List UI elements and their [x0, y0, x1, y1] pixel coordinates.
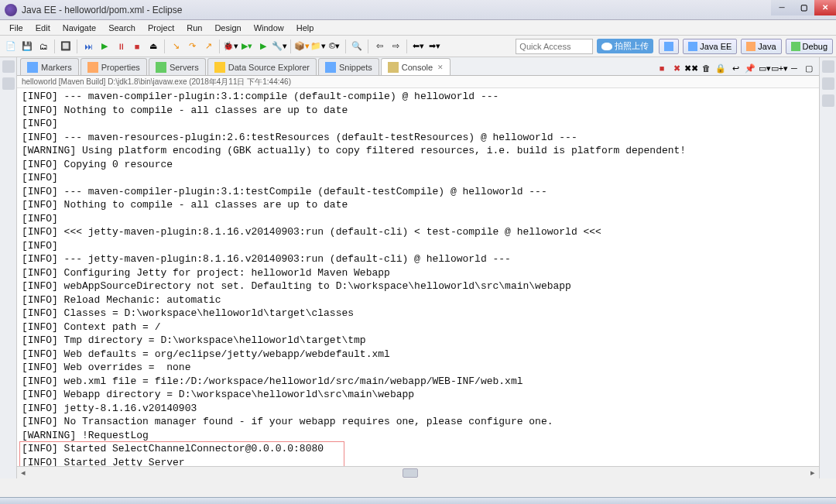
quick-access	[516, 39, 593, 54]
resume-button[interactable]: ▶	[97, 39, 112, 54]
word-wrap-button[interactable]: ↩	[728, 61, 742, 75]
scroll-left-icon[interactable]: ◂	[17, 467, 29, 479]
tab-close-icon[interactable]: ✕	[437, 63, 444, 71]
upload-label: 拍照上传	[615, 40, 649, 52]
left-trim	[0, 57, 17, 478]
console-line: [INFO] No Transaction manager found - if…	[22, 415, 814, 429]
menu-project[interactable]: Project	[142, 22, 180, 34]
console-line: [INFO]	[22, 171, 814, 185]
tab-datasource[interactable]: Data Source Explorer	[207, 58, 317, 75]
console-line: [INFO] Reload Mechanic: automatic	[22, 293, 814, 307]
console-line: [INFO] Context path = /	[22, 321, 814, 334]
console-line: [INFO] --- maven-compiler-plugin:3.1:com…	[22, 90, 814, 104]
tab-console[interactable]: Console ✕	[381, 58, 451, 75]
disconnect-button[interactable]: ⏏	[146, 39, 161, 54]
menu-help[interactable]: Help	[290, 22, 320, 34]
outline-view-icon[interactable]	[822, 77, 834, 90]
back-button[interactable]: ⬅▾	[410, 39, 426, 54]
remove-all-button[interactable]: ✖✖	[684, 61, 698, 75]
tab-servers[interactable]: Servers	[149, 58, 206, 75]
quick-access-input[interactable]	[516, 39, 593, 54]
toggle-button[interactable]: 🔲	[58, 39, 74, 54]
run-dropdown[interactable]: ▶▾	[239, 39, 255, 54]
console-line: [INFO] Configuring Jetty for project: he…	[22, 266, 814, 280]
perspective-debug[interactable]: Debug	[786, 39, 833, 54]
properties-icon	[87, 62, 98, 73]
window-title: Java EE - helloworld/pom.xml - Eclipse	[20, 5, 771, 15]
minimize-button[interactable]: ─	[771, 0, 793, 15]
workspace: Markers Properties Servers Data Source E…	[0, 57, 836, 478]
tab-markers[interactable]: Markers	[20, 58, 79, 75]
menu-design[interactable]: Design	[208, 22, 247, 34]
skip-button[interactable]: ⏭	[81, 39, 96, 54]
console-line: [INFO] Started Jetty Server	[22, 456, 814, 467]
open-perspective-button[interactable]	[659, 39, 679, 54]
step-into-button[interactable]: ↘	[168, 39, 183, 54]
java-icon	[746, 42, 755, 51]
menu-navigate[interactable]: Navigate	[57, 22, 102, 34]
servers-icon	[156, 62, 166, 73]
console-line: [WARNING] Using platform encoding (GBK a…	[22, 144, 814, 158]
console-line: [INFO] Webapp directory = D:\workspace\h…	[22, 388, 814, 402]
eclipse-icon	[5, 4, 17, 16]
scroll-thumb[interactable]	[403, 468, 418, 478]
tab-properties[interactable]: Properties	[81, 58, 147, 75]
right-trim	[819, 57, 836, 478]
perspective-java[interactable]: Java	[741, 39, 781, 54]
menu-search[interactable]: Search	[102, 22, 142, 34]
minimize-view-button[interactable]: ─	[787, 61, 801, 75]
console-line: [INFO] --- jetty-maven-plugin:8.1.16.v20…	[22, 252, 814, 266]
maximize-button[interactable]: ▢	[793, 0, 814, 15]
prev-annotation-button[interactable]: ⇦	[372, 39, 387, 54]
terminate-button[interactable]: ■	[655, 61, 669, 75]
new-button[interactable]: 📄	[3, 39, 19, 54]
scroll-track[interactable]	[29, 467, 807, 479]
cloud-icon	[601, 43, 612, 50]
forward-button[interactable]: ➡▾	[427, 39, 442, 54]
step-over-button[interactable]: ↷	[184, 39, 200, 54]
console-line: [INFO] Tmp directory = D:\workspace\hell…	[22, 334, 814, 348]
scroll-right-icon[interactable]: ▸	[807, 467, 819, 479]
scroll-lock-button[interactable]: 🔒	[714, 61, 728, 75]
next-annotation-button[interactable]: ⇨	[388, 39, 403, 54]
console-launch-header: helloworld [Maven Build] D:\jdk1.8\bin\j…	[17, 76, 819, 88]
console-output[interactable]: [INFO] --- maven-compiler-plugin:3.1:com…	[17, 88, 819, 466]
new-package-button[interactable]: 📁▾	[310, 39, 326, 54]
javaee-icon	[688, 42, 697, 51]
minimized-view-icon[interactable]	[2, 60, 15, 73]
close-button[interactable]: ✕	[814, 0, 836, 15]
new-server-button[interactable]: 📦▾	[294, 39, 310, 54]
menu-window[interactable]: Window	[248, 22, 290, 34]
horizontal-scrollbar[interactable]: ◂ ▸	[17, 466, 819, 478]
tab-snippets[interactable]: Snippets	[318, 58, 379, 75]
display-selected-button[interactable]: ▭▾	[758, 61, 772, 75]
menu-file[interactable]: File	[3, 22, 29, 34]
menu-edit[interactable]: Edit	[29, 22, 57, 34]
restore-view-icon[interactable]	[822, 60, 834, 73]
tasklist-view-icon[interactable]	[822, 94, 834, 107]
debug-dropdown[interactable]: 🐞▾	[223, 39, 238, 54]
external-tools-button[interactable]: 🔧▾	[272, 39, 287, 54]
perspective-icon	[664, 42, 673, 51]
run-last-button[interactable]: ▶	[255, 39, 271, 54]
new-class-button[interactable]: ©▾	[327, 39, 342, 54]
console-line: [INFO] <<< jetty-maven-plugin:8.1.16.v20…	[22, 225, 814, 239]
perspective-javaee[interactable]: Java EE	[683, 39, 737, 54]
pin-console-button[interactable]: 📌	[743, 61, 757, 75]
minimized-view-icon[interactable]	[2, 77, 15, 90]
save-all-button[interactable]: 🗂	[36, 39, 51, 54]
menu-run[interactable]: Run	[180, 22, 208, 34]
save-button[interactable]: 💾	[19, 39, 35, 54]
console-line: [INFO] Web defaults = org/eclipse/jetty/…	[22, 348, 814, 362]
open-console-button[interactable]: ▭+▾	[773, 61, 786, 75]
stop-button[interactable]: ■	[129, 39, 145, 54]
step-return-button[interactable]: ↗	[200, 39, 216, 54]
main-toolbar: 📄 💾 🗂 🔲 ⏭ ▶ ⏸ ■ ⏏ ↘ ↷ ↗ 🐞▾ ▶▾ ▶ 🔧▾ 📦▾ 📁▾…	[0, 36, 836, 57]
remove-launch-button[interactable]: ✖	[670, 61, 684, 75]
pause-button[interactable]: ⏸	[113, 39, 128, 54]
upload-badge[interactable]: 拍照上传	[597, 39, 653, 53]
console-line: [INFO] Copying 0 resource	[22, 158, 814, 172]
maximize-view-button[interactable]: ▢	[802, 61, 816, 75]
search-button[interactable]: 🔍	[349, 39, 365, 54]
clear-console-button[interactable]: 🗑	[699, 61, 713, 75]
